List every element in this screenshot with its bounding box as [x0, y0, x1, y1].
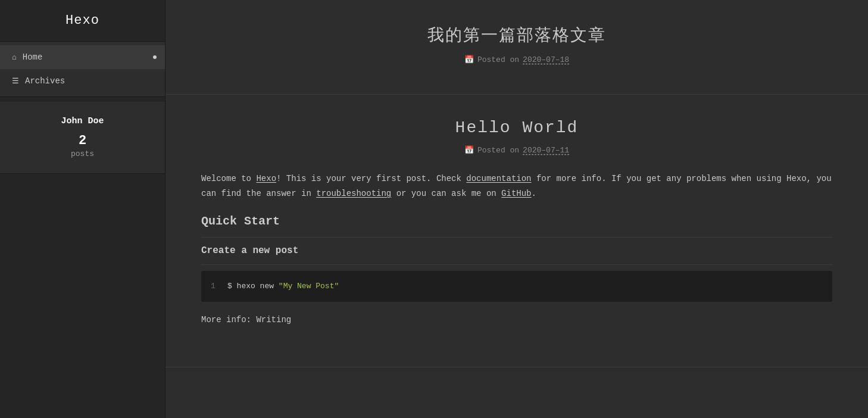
post-card-2: Hello World 📅 Posted on 2020–07–11 Welco… — [166, 95, 868, 367]
sidebar-nav: ⌂ Home ☰ Archives — [0, 42, 165, 97]
welcome-text-4: or you can ask me on — [391, 189, 501, 198]
posted-on-label-2: Posted on — [477, 146, 519, 155]
post-card-1: 我的第一篇部落格文章 📅 Posted on 2020–07–18 — [166, 0, 868, 95]
author-name: John Doe — [12, 116, 153, 126]
post-date-2: 2020–07–11 — [523, 146, 569, 155]
hexo-link[interactable]: Hexo — [256, 174, 276, 183]
active-dot — [153, 55, 157, 59]
sidebar-item-home[interactable]: ⌂ Home — [0, 45, 165, 69]
post-meta-2: 📅 Posted on 2020–07–11 — [201, 145, 832, 155]
calendar-icon-2: 📅 — [464, 145, 474, 155]
sidebar-title-area: Hexo — [0, 0, 165, 42]
create-post-heading: Create a new post — [201, 242, 832, 265]
code-line-number: 1 — [211, 279, 218, 293]
documentation-link[interactable]: documentation — [466, 174, 531, 183]
post-title-2: Hello World — [201, 118, 832, 137]
welcome-text-1: Welcome to — [201, 174, 256, 183]
sidebar-item-archives-label: Archives — [25, 76, 65, 86]
main-content: 我的第一篇部落格文章 📅 Posted on 2020–07–18 Hello … — [166, 0, 868, 418]
post-meta-1: 📅 Posted on 2020–07–18 — [201, 55, 832, 64]
sidebar-item-archives[interactable]: ☰ Archives — [0, 69, 165, 93]
code-block-new-post: 1 $ hexo new "My New Post" — [201, 271, 832, 301]
site-title: Hexo — [65, 13, 99, 28]
author-posts-count: 2 — [12, 133, 153, 148]
sidebar: Hexo ⌂ Home ☰ Archives John Doe 2 posts — [0, 0, 166, 418]
archives-icon: ☰ — [12, 76, 19, 86]
calendar-icon-1: 📅 — [464, 55, 474, 64]
posted-on-label-1: Posted on — [477, 55, 519, 64]
github-link[interactable]: GitHub — [501, 189, 531, 198]
welcome-paragraph: Welcome to Hexo! This is your very first… — [201, 171, 832, 201]
post-body-2: Welcome to Hexo! This is your very first… — [201, 171, 832, 327]
quick-start-heading: Quick Start — [201, 211, 832, 238]
author-posts-label: posts — [71, 149, 94, 158]
code-content: $ hexo new "My New Post" — [227, 279, 339, 293]
welcome-text-5: . — [532, 189, 536, 198]
home-icon: ⌂ — [12, 53, 17, 62]
code-prefix: $ hexo new — [227, 282, 279, 291]
code-string: "My New Post" — [279, 282, 339, 291]
troubleshooting-link[interactable]: troubleshooting — [316, 189, 391, 198]
author-box: John Doe 2 posts — [0, 102, 165, 174]
sidebar-item-home-label: Home — [23, 52, 43, 62]
more-info-text: More info: Writing — [201, 313, 832, 327]
post-date-1: 2020–07–18 — [523, 55, 569, 64]
welcome-text-2: ! This is your very first post. Check — [276, 174, 466, 183]
post-title-1: 我的第一篇部落格文章 — [201, 24, 832, 46]
